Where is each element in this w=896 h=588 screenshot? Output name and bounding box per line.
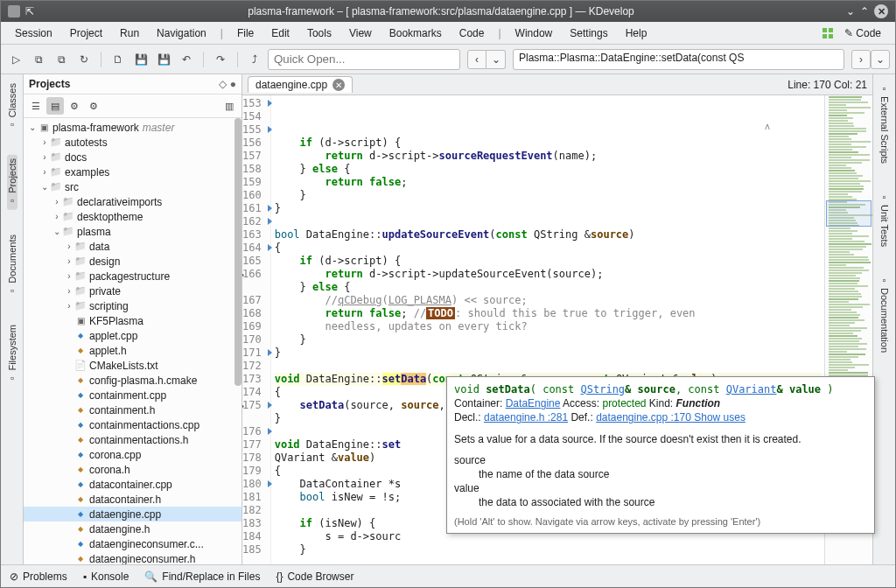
rail-external-scripts[interactable]: ▫ External Scripts [879,80,890,167]
menu-navigation[interactable]: Navigation [150,25,214,41]
rail-projects[interactable]: ▫ Projects [7,155,18,210]
projects-sidebar: Projects ◇ ● ☰ ▤ ⚙ ⚙ ▥ ⌄plasma-framework… [24,74,242,564]
tree-corona.cpp[interactable]: corona.cpp [24,447,242,462]
tree-autotests[interactable]: ›autotests [24,135,242,150]
undo-icon[interactable]: ↶ [177,50,196,69]
menu-window[interactable]: Window [508,25,560,41]
tree-containment.h[interactable]: containment.h [24,402,242,417]
menu-file[interactable]: File [230,25,261,41]
new-file-icon[interactable]: 🗋 [108,50,128,69]
status-code-browser[interactable]: {} Code Browser [276,570,354,583]
tree-plasma[interactable]: ⌄plasma [24,224,242,239]
link-container[interactable]: DataEngine [506,397,561,410]
sidebar-config-icon[interactable]: ◇ [219,78,227,90]
menu-settings[interactable]: Settings [563,25,614,41]
redo-icon[interactable]: ↷ [211,50,230,69]
tree-declarativeimports[interactable]: ›declarativeimports [24,194,242,209]
tree-design[interactable]: ›design [24,254,242,269]
tree-containmentactions.h[interactable]: containmentactions.h [24,432,242,447]
tree-dataengineconsumer.c...[interactable]: dataengineconsumer.c... [24,536,242,551]
link-def[interactable]: dataengine.cpp :170 [596,411,691,424]
tab-label: dataengine.cpp [256,79,327,91]
status-problems[interactable]: ⊘ Problems [10,570,67,583]
link-show-uses[interactable]: Show uses [691,411,746,424]
tree-dataengine.cpp[interactable]: dataengine.cpp [24,507,242,522]
close-button[interactable]: ✕ [874,4,888,18]
project-tree[interactable]: ⌄plasma-frameworkmaster›autotests›docs›e… [24,118,242,564]
rail-classes[interactable]: ▫ Classes [7,80,18,134]
tree-desktoptheme[interactable]: ›desktoptheme [24,209,242,224]
filter-icon[interactable]: ▥ [220,97,238,115]
link-decl[interactable]: dataengine.h :281 [484,411,568,424]
tree-scripting[interactable]: ›scripting [24,298,242,313]
tree-applet.h[interactable]: applet.h [24,343,242,358]
grid-icon[interactable] [822,27,834,39]
tree-datacontainer.cpp[interactable]: datacontainer.cpp [24,477,242,492]
rail-filesystem[interactable]: ▫ Filesystem [7,321,18,388]
menu-tools[interactable]: Tools [300,25,339,41]
scroll-up-icon[interactable]: ʌ [765,120,770,133]
settings-icon[interactable]: ⚙ [66,97,83,115]
debug-step-icon[interactable]: ⧉ [29,50,48,69]
tab-close-icon[interactable]: ✕ [332,79,345,91]
nav-back-menu-button[interactable]: ⌄ [486,50,506,69]
menu-view[interactable]: View [342,25,379,41]
maximize-button[interactable]: ⌃ [860,5,869,18]
flat-view-icon[interactable]: ▤ [46,97,64,115]
menu-session[interactable]: Session [8,25,60,41]
tree-containmentactions.cpp[interactable]: containmentactions.cpp [24,417,242,432]
tree-KF5Plasma[interactable]: KF5Plasma [24,313,242,328]
menu-bookmarks[interactable]: Bookmarks [382,25,449,41]
tree-examples[interactable]: ›examples [24,164,242,179]
menu-project[interactable]: Project [63,25,109,41]
link-qvariant[interactable]: QVariant [726,383,777,396]
tree-applet.cpp[interactable]: applet.cpp [24,328,242,343]
sidebar-close-icon[interactable]: ● [230,78,236,90]
breadcrumb-select[interactable]: Plasma::Plasma::DataEngine::setData(cons… [513,49,844,70]
tree-CMakeLists.txt[interactable]: CMakeLists.txt [24,358,242,373]
menu-run[interactable]: Run [113,25,146,41]
run-icon[interactable]: ▷ [6,50,25,69]
link-qstring[interactable]: QString [581,383,626,396]
tree-view-icon[interactable]: ☰ [27,97,45,115]
nav-fwd-button[interactable]: › [851,50,871,69]
tree-dataengine.h[interactable]: dataengine.h [24,522,242,536]
tree-corona.h[interactable]: corona.h [24,462,242,477]
tree-config-plasma.h.cmake[interactable]: config-plasma.h.cmake [24,373,242,388]
tree-containment.cpp[interactable]: containment.cpp [24,388,242,402]
jump-icon[interactable]: ⤴ [245,50,264,69]
nav-fwd-menu-button[interactable]: ⌄ [871,50,890,69]
pin-icon[interactable]: ⇱ [25,5,34,18]
rail-unit-tests[interactable]: ▫ Unit Tests [879,188,890,250]
tree-scrollbar[interactable] [234,118,242,386]
minimize-button[interactable]: ⌄ [846,5,855,18]
debug-out-icon[interactable]: ↻ [74,50,94,69]
debug-over-icon[interactable]: ⧉ [52,50,71,69]
menu-code[interactable]: Code [452,25,492,41]
tree-datacontainer.h[interactable]: datacontainer.h [24,492,242,507]
status-find[interactable]: 🔍 Find/Replace in Files [144,570,260,583]
tree-docs[interactable]: ›docs [24,150,242,164]
rail-documentation[interactable]: ▫ Documentation [879,271,890,356]
quick-open-input[interactable] [268,49,460,70]
tab-dataengine[interactable]: dataengine.cpp ✕ [248,76,353,93]
menubar: SessionProjectRunNavigation|FileEditTool… [1,22,895,45]
save-icon[interactable]: 💾 [131,50,150,69]
code-button[interactable]: ✎ Code [837,25,888,41]
nav-back-button[interactable]: ‹ [467,50,486,69]
gear-icon[interactable]: ⚙ [85,97,102,115]
tree-private[interactable]: ›private [24,284,242,298]
tree-packagestructure[interactable]: ›packagestructure [24,269,242,284]
code-tooltip: void setData( const QString& source, con… [446,376,875,534]
tree-src[interactable]: ⌄src [24,179,242,194]
rail-documents[interactable]: ▫ Documents [7,231,18,300]
tree-plasma-framework[interactable]: ⌄plasma-frameworkmaster [24,120,242,135]
minimap-viewport[interactable] [826,200,872,227]
status-konsole[interactable]: ▪ Konsole [83,570,130,583]
tree-dataengineconsumer.h[interactable]: dataengineconsumer.h [24,551,242,564]
line-gutter[interactable]: 1531541551561571581591601611621631641651… [242,95,271,564]
save-all-icon[interactable]: 💾 [154,50,173,69]
tree-data[interactable]: ›data [24,239,242,254]
menu-edit[interactable]: Edit [264,25,297,41]
menu-help[interactable]: Help [619,25,654,41]
